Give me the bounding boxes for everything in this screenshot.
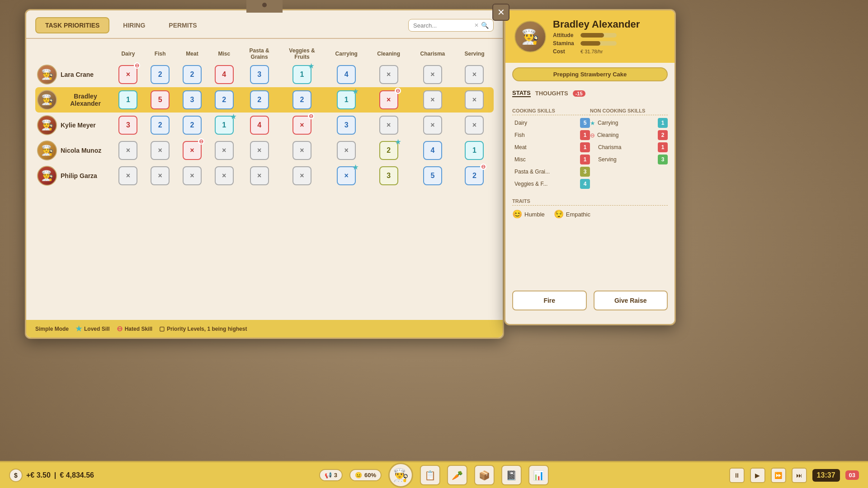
skill-value-meat[interactable]: 3 [183,90,202,109]
skill-cell-dairy[interactable]: 1 [112,87,144,113]
finance-icon[interactable]: 📊 [528,465,549,485]
faster-button[interactable]: ⏭ [792,468,807,483]
skill-cell-meat[interactable]: × [176,163,208,188]
skill-value-charisma[interactable]: 5 [423,166,442,185]
skill-value-serving[interactable]: × [465,90,484,109]
skill-cell-serving[interactable]: × [455,62,494,87]
pause-button[interactable]: ⏸ [729,468,745,483]
skill-value-carrying[interactable]: × [337,141,356,160]
skill-value-dairy[interactable]: 3 [118,116,137,135]
play-button[interactable]: ▶ [750,468,765,483]
skill-value-misc[interactable]: × [215,166,234,185]
clear-search-icon[interactable]: ✕ [474,22,479,28]
skill-value-veggies_fruits[interactable]: × [292,141,311,160]
skill-value-veggies_fruits[interactable]: 1 ★ [292,65,311,84]
skill-cell-veggies_fruits[interactable]: × [278,138,326,163]
skill-value-cleaning[interactable]: × ⊖ [379,90,398,109]
storage-icon[interactable]: 📦 [474,465,495,485]
skill-value-dairy[interactable]: 1 [118,90,137,109]
skill-value-serving[interactable]: × [465,65,484,84]
skill-value-misc[interactable]: × [215,141,234,160]
skill-cell-carrying[interactable]: 1 ★ [326,87,368,113]
skill-value-charisma[interactable]: × [423,116,442,135]
skill-cell-serving[interactable]: 2 ⊖ [455,163,494,188]
skill-cell-fish[interactable]: 5 [144,87,176,113]
skill-cell-dairy[interactable]: × [112,163,144,188]
skill-cell-fish[interactable]: 2 [144,113,176,138]
skill-value-meat[interactable]: 2 [183,65,202,84]
give-raise-button[interactable]: Give Raise [594,291,668,310]
skill-cell-cleaning[interactable]: 2 ★ [368,138,410,163]
employee-row-philip-garza[interactable]: 👨‍🍳 Philip Garza × × × [35,163,494,188]
skill-value-charisma[interactable]: × [423,90,442,109]
skill-value-cleaning[interactable]: 2 ★ [379,141,398,160]
close-button[interactable]: ✕ [492,4,509,21]
skill-value-pasta_grains[interactable]: 3 [250,65,269,84]
skill-cell-pasta_grains[interactable]: 3 [240,62,278,87]
employee-row-kylie-meyer[interactable]: 👨‍🍳 Kylie Meyer 3 2 2 [35,113,494,138]
skill-cell-fish[interactable]: × [144,138,176,163]
fire-button[interactable]: Fire [512,291,587,310]
skill-cell-veggies_fruits[interactable]: × ⊖ [278,113,326,138]
employee-row-lara-crane[interactable]: 👨‍🍳 Lara Crane × ⊖ 2 2 [35,62,494,87]
skill-value-fish[interactable]: 2 [151,65,170,84]
skill-cell-pasta_grains[interactable]: 2 [240,87,278,113]
skill-cell-pasta_grains[interactable]: 4 [240,113,278,138]
employee-row-nicola-munoz[interactable]: 👨‍🍳 Nicola Munoz × × × ⊖ [35,138,494,163]
skill-cell-dairy[interactable]: × [112,138,144,163]
skill-cell-serving[interactable]: × [455,113,494,138]
skill-cell-veggies_fruits[interactable]: 2 [278,87,326,113]
skill-value-dairy[interactable]: × ⊖ [118,65,137,84]
skill-cell-dairy[interactable]: × ⊖ [112,62,144,87]
skill-value-fish[interactable]: 5 [151,90,170,109]
skill-cell-misc[interactable]: 4 [208,62,240,87]
skill-value-charisma[interactable]: × [423,65,442,84]
employee-row-bradley-alexander[interactable]: 👨‍🍳 Bradley Alexander 1 5 3 [35,87,494,113]
skill-value-fish[interactable]: × [151,141,170,160]
skill-value-fish[interactable]: 2 [151,116,170,135]
skill-cell-serving[interactable]: 1 [455,138,494,163]
skill-value-cleaning[interactable]: 3 [379,166,398,185]
skill-value-meat[interactable]: × [183,166,202,185]
tab-hiring[interactable]: HIRING [113,17,155,33]
search-box[interactable]: ✕ 🔍 [408,19,494,32]
skill-cell-meat[interactable]: × ⊖ [176,138,208,163]
tab-stats[interactable]: STATS [512,89,531,97]
skill-value-serving[interactable]: 1 [465,141,484,160]
skill-cell-cleaning[interactable]: × [368,62,410,87]
skill-cell-charisma[interactable]: 4 [410,138,455,163]
skill-cell-charisma[interactable]: × [410,113,455,138]
skill-value-carrying[interactable]: × ★ [337,166,356,185]
skill-cell-carrying[interactable]: × ★ [326,163,368,188]
skill-value-dairy[interactable]: × [118,141,137,160]
skill-value-cleaning[interactable]: × [379,65,398,84]
skill-cell-misc[interactable]: 1 ★ [208,113,240,138]
skill-cell-fish[interactable]: × [144,163,176,188]
skill-cell-charisma[interactable]: 5 [410,163,455,188]
skill-value-carrying[interactable]: 4 [337,65,356,84]
skill-cell-carrying[interactable]: 4 [326,62,368,87]
skill-cell-misc[interactable]: 2 [208,87,240,113]
tab-permits[interactable]: PERMITS [159,17,207,33]
orders-icon[interactable]: 🥕 [447,465,467,485]
skill-cell-meat[interactable]: 3 [176,87,208,113]
skill-cell-meat[interactable]: 2 [176,62,208,87]
search-input[interactable] [413,22,472,29]
mood-badge[interactable]: 😐 60% [349,469,382,481]
skill-value-veggies_fruits[interactable]: 2 [292,90,311,109]
skill-value-pasta_grains[interactable]: 2 [250,90,269,109]
skill-cell-fish[interactable]: 2 [144,62,176,87]
skill-cell-misc[interactable]: × [208,138,240,163]
skill-cell-serving[interactable]: × [455,87,494,113]
tab-task-priorities[interactable]: TASK PRIORITIES [35,17,109,33]
skill-value-pasta_grains[interactable]: × [250,166,269,185]
skill-value-pasta_grains[interactable]: × [250,141,269,160]
skill-value-misc[interactable]: 4 [215,65,234,84]
skill-value-serving[interactable]: × [465,116,484,135]
skill-cell-veggies_fruits[interactable]: × [278,163,326,188]
skill-value-meat[interactable]: × ⊖ [183,141,202,160]
skill-value-pasta_grains[interactable]: 4 [250,116,269,135]
skill-value-cleaning[interactable]: × [379,116,398,135]
tab-thoughts[interactable]: THOUGHTS [535,90,568,97]
skill-cell-charisma[interactable]: × [410,87,455,113]
